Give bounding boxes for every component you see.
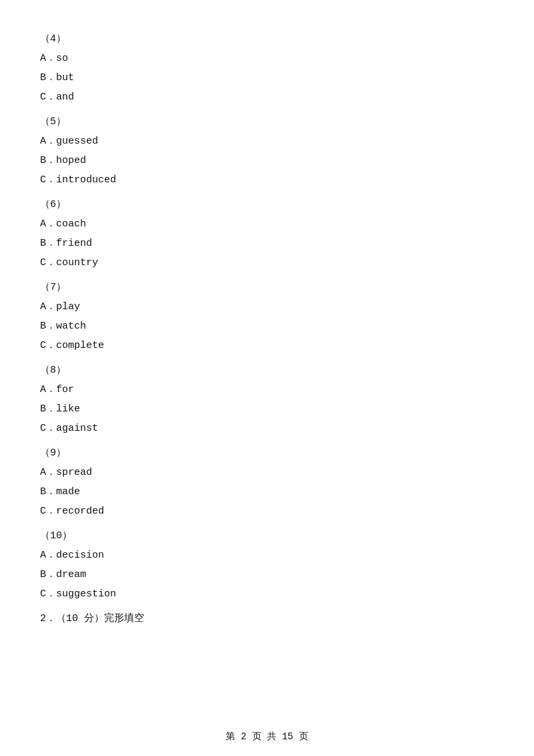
q10-option-a: A．decision xyxy=(40,548,494,561)
q9-option-b: B．made xyxy=(40,485,494,498)
q5-option-c: C．introduced xyxy=(40,173,494,186)
question-5-number: （5） xyxy=(40,115,494,128)
q8-option-b: B．like xyxy=(40,402,494,415)
q4-option-b: B．but xyxy=(40,71,494,83)
page-footer: 第 2 页 共 15 页 xyxy=(0,731,534,743)
q7-option-c: C．complete xyxy=(40,339,494,351)
question-10-number: （10） xyxy=(40,529,494,542)
q4-option-c: C．and xyxy=(40,90,494,103)
section-2-title: 2．（10 分）完形填空 xyxy=(40,612,494,624)
q10-option-b: B．dream xyxy=(40,568,494,580)
q7-option-b: B．watch xyxy=(40,319,494,332)
q4-option-a: A．so xyxy=(40,51,494,64)
q8-option-c: C．against xyxy=(40,421,494,434)
q6-option-a: A．coach xyxy=(40,217,494,230)
question-6-number: （6） xyxy=(40,198,494,210)
q5-option-b: B．hoped xyxy=(40,154,494,166)
q8-option-a: A．for xyxy=(40,383,494,395)
question-4-number: （4） xyxy=(40,32,494,45)
question-9-number: （9） xyxy=(40,446,494,459)
q10-option-c: C．suggestion xyxy=(40,587,494,600)
question-7-number: （7） xyxy=(40,280,494,293)
q9-option-c: C．recorded xyxy=(40,504,494,517)
q6-option-b: B．friend xyxy=(40,236,494,249)
q7-option-a: A．play xyxy=(40,300,494,313)
q6-option-c: C．country xyxy=(40,256,494,268)
q5-option-a: A．guessed xyxy=(40,134,494,147)
page-content: （4） A．so B．but C．and （5） A．guessed B．hop… xyxy=(0,0,534,665)
q9-option-a: A．spread xyxy=(40,465,494,478)
question-8-number: （8） xyxy=(40,363,494,376)
